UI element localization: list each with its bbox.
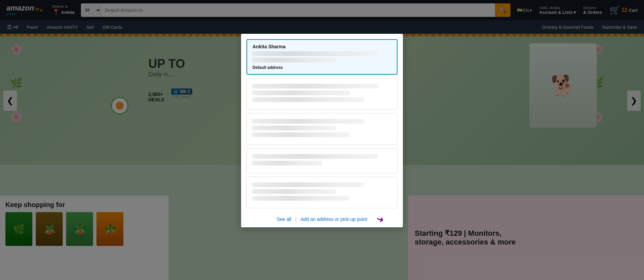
address-line-1-blurred (253, 51, 378, 56)
address-card-4[interactable] (246, 148, 398, 173)
addr5-line2 (252, 189, 336, 194)
footer-divider: | (295, 217, 297, 222)
address-card-2[interactable] (246, 78, 398, 110)
addr2-line3 (252, 97, 364, 102)
addr5-line1 (252, 182, 364, 187)
address-line-2-blurred (253, 58, 336, 62)
addr2-line2 (252, 91, 350, 95)
addr3-line3 (252, 132, 350, 137)
address-card-5[interactable] (246, 177, 398, 208)
addr3-line1 (252, 119, 364, 124)
address-name: Ankita Sharma (253, 44, 391, 49)
popup-footer: See all | Add an address or pick-up poin… (246, 213, 398, 222)
addr4-line2 (252, 161, 322, 166)
see-all-link[interactable]: See all (277, 217, 291, 222)
add-address-wrapper: Add an address or pick-up point ➜ (300, 217, 367, 222)
arrow-pointer-icon: ➜ (375, 213, 385, 225)
default-address-badge: Default address (253, 65, 391, 70)
addr4-line1 (252, 154, 378, 159)
addr2-line1 (252, 84, 378, 88)
addr3-line2 (252, 126, 336, 130)
default-address-card[interactable]: Ankita Sharma Default address (246, 39, 398, 75)
address-card-3[interactable] (246, 113, 398, 145)
add-address-link[interactable]: Add an address or pick-up point (300, 217, 367, 222)
address-dropdown-popup: Ankita Sharma Default address See all | … (241, 34, 403, 227)
addr5-line3 (252, 196, 350, 201)
